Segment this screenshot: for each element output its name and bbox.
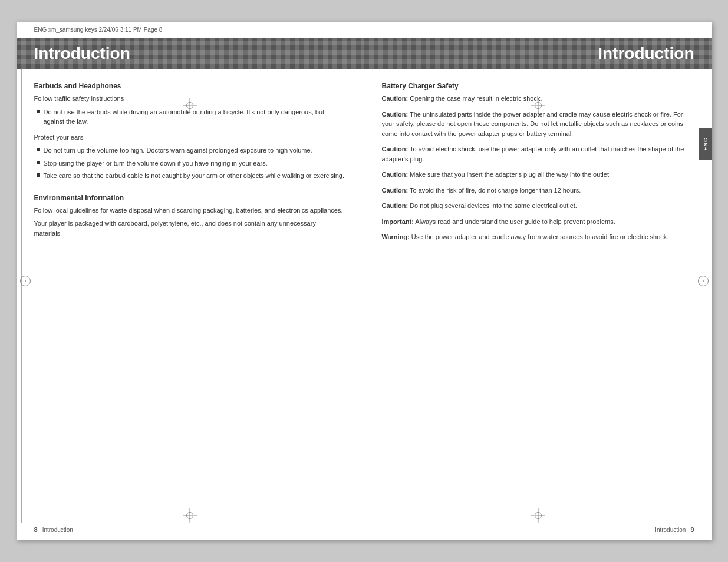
caution-label-3: Caution: [382, 171, 409, 178]
page-num: 8 [34, 526, 38, 533]
right-header-bar: Introduction [364, 38, 712, 69]
page-label-right: Introduction [655, 527, 686, 533]
reg-mark-bottom [183, 508, 197, 523]
page-number-left: 8 Introduction [34, 526, 73, 533]
left-header-bar: Introduction [17, 38, 364, 69]
caution-label-7: Warning: [382, 233, 410, 240]
right-header-title: Introduction [598, 44, 694, 63]
caution-text-7: Use the power adapter and cradle away fr… [410, 233, 669, 240]
caution-text-3: Make sure that you insert the adapter's … [408, 171, 611, 178]
caution-label-1: Caution: [382, 111, 409, 118]
env-para-1: Follow local guidelines for waste dispos… [34, 206, 346, 216]
page-num-right: 9 [690, 526, 694, 533]
page-label: Introduction [42, 527, 73, 533]
bottom-border-line [34, 535, 346, 535]
caution-text-5: Do not plug several devices into the sam… [408, 202, 577, 209]
caution-text-0: Opening the case may result in electric … [408, 95, 542, 102]
caution-block-4: Caution: To avoid the risk of fire, do n… [382, 186, 694, 196]
file-info: ENG xm_samsung keys 2/24/06 3:11 PM Page… [17, 22, 364, 38]
section-battery-title: Battery Charger Safety [382, 81, 694, 91]
page-left: ENG xm_samsung keys 2/24/06 3:11 PM Page… [17, 22, 364, 540]
file-info-right [364, 22, 712, 38]
section-earbuds-title: Earbuds and Headphones [34, 81, 346, 91]
reg-mark-top-right [531, 98, 545, 113]
reg-mark-top [183, 98, 197, 113]
caution-block-5: Caution: Do not plug several devices int… [382, 201, 694, 211]
bullet-text: Take care so that the earbud cable is no… [44, 171, 345, 181]
list-item: Take care so that the earbud cable is no… [34, 171, 346, 181]
list-item: Stop using the player or turn the volume… [34, 158, 346, 168]
bottom-border-right [382, 535, 694, 535]
bullet-icon [37, 110, 40, 113]
bullet-icon [37, 148, 40, 151]
top-border-right [382, 27, 694, 27]
bullet-text: Do not turn up the volume too high. Doct… [44, 146, 312, 156]
reg-mark-bottom-right [531, 508, 545, 523]
caution-block-7: Warning: Use the power adapter and cradl… [382, 232, 694, 242]
left-page-content: Earbuds and Headphones Follow traffic sa… [17, 69, 364, 253]
page-spread: ENG xm_samsung keys 2/24/06 3:11 PM Page… [17, 22, 712, 540]
caution-block-2: Caution: To avoid electric shock, use th… [382, 144, 694, 164]
caution-text-2: To avoid electric shock, use the power a… [382, 146, 684, 163]
caution-label-4: Caution: [382, 187, 409, 194]
caution-label-0: Caution: [382, 95, 409, 102]
caution-label-5: Caution: [382, 202, 409, 209]
page-right: Introduction ENG Battery Charger Safety … [364, 22, 712, 540]
page-number-right: Introduction 9 [655, 526, 694, 533]
caution-block-6: Important: Always read and understand th… [382, 217, 694, 227]
bullet-icon [37, 161, 40, 164]
caution-block-3: Caution: Make sure that you insert the a… [382, 170, 694, 180]
caution-text-6: Always read and understand the user guid… [414, 218, 615, 225]
left-header-title: Introduction [34, 44, 130, 63]
bullet-text: Stop using the player or turn the volume… [44, 158, 268, 168]
top-border-line [34, 27, 346, 27]
caution-text-4: To avoid the risk of fire, do not charge… [408, 187, 581, 194]
caution-label-6: Important: [382, 218, 414, 225]
protect-ears-label: Protect your ears [34, 133, 346, 143]
reg-mark-left [19, 275, 31, 287]
section-environmental-title: Environmental Information [34, 193, 346, 203]
caution-label-2: Caution: [382, 146, 409, 153]
reg-mark-right [697, 275, 709, 287]
bullet-icon [37, 173, 40, 177]
caution-text-1: The uninsulated parts inside the power a… [382, 111, 684, 137]
right-page-content: Battery Charger Safety Caution: Opening … [364, 69, 712, 260]
list-item: Do not turn up the volume too high. Doct… [34, 146, 346, 156]
eng-tab: ENG [699, 128, 712, 160]
file-info-text: ENG xm_samsung keys 2/24/06 3:11 PM Page… [34, 27, 163, 33]
caution-block-1: Caution: The uninsulated parts inside th… [382, 110, 694, 139]
eng-tab-text: ENG [703, 137, 709, 151]
env-para-2: Your player is packaged with cardboard, … [34, 219, 346, 238]
